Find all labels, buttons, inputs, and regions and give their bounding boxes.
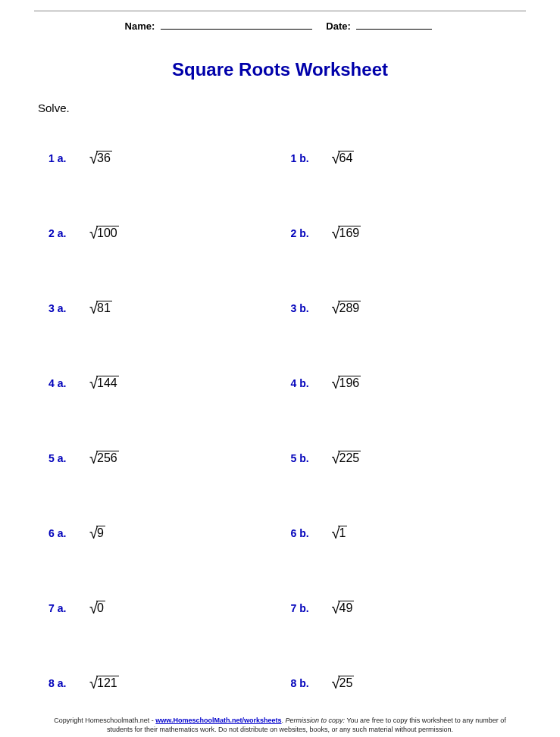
problem-number: 3 b. bbox=[280, 302, 332, 314]
problem-row: 5 a. √256 5 b. √225 bbox=[38, 420, 522, 495]
footer-permission-label: Permission to copy: bbox=[286, 717, 346, 724]
radical-icon: √ bbox=[332, 452, 340, 464]
problem-cell: 7 a. √0 bbox=[38, 601, 280, 615]
radical-icon: √ bbox=[89, 152, 98, 164]
radical-icon: √ bbox=[332, 377, 340, 389]
footer-link[interactable]: www.HomeschoolMath.net/worksheets bbox=[155, 717, 281, 724]
problems-grid: 1 a. √36 1 b. √64 2 a. √100 2 b. √169 3 … bbox=[38, 120, 522, 720]
instruction-text: Solve. bbox=[38, 101, 560, 114]
radicand: 289 bbox=[338, 301, 361, 315]
top-divider bbox=[34, 11, 526, 11]
radical-icon: √ bbox=[89, 377, 98, 389]
sqrt-expression: √49 bbox=[332, 601, 355, 615]
problem-number: 1 a. bbox=[38, 152, 89, 164]
problem-row: 2 a. √100 2 b. √169 bbox=[38, 195, 522, 270]
name-blank[interactable] bbox=[161, 29, 312, 30]
sqrt-expression: √225 bbox=[332, 451, 361, 465]
page-title: Square Roots Worksheet bbox=[0, 59, 560, 80]
header-line: Name: Date: bbox=[0, 20, 560, 32]
radicand: 225 bbox=[338, 451, 361, 465]
problem-number: 8 a. bbox=[38, 677, 89, 689]
radical-icon: √ bbox=[332, 602, 340, 614]
problem-cell: 3 a. √81 bbox=[38, 301, 280, 315]
sqrt-expression: √0 bbox=[89, 601, 105, 615]
problem-cell: 2 a. √100 bbox=[38, 226, 280, 240]
radicand: 121 bbox=[96, 676, 119, 690]
problem-number: 1 b. bbox=[280, 152, 332, 164]
problem-number: 6 a. bbox=[38, 527, 89, 539]
problem-cell: 2 b. √169 bbox=[280, 226, 523, 240]
problem-number: 2 a. bbox=[38, 227, 89, 239]
radical-icon: √ bbox=[89, 227, 98, 239]
problem-row: 8 a. √121 8 b. √25 bbox=[38, 645, 522, 720]
problem-cell: 5 b. √225 bbox=[280, 451, 523, 465]
problem-cell: 7 b. √49 bbox=[280, 601, 523, 615]
sqrt-expression: √289 bbox=[332, 301, 361, 315]
radicand: 49 bbox=[338, 601, 354, 615]
radicand: 256 bbox=[96, 451, 119, 465]
problem-cell: 8 b. √25 bbox=[280, 676, 523, 690]
radicand: 64 bbox=[338, 151, 354, 165]
radicand: 36 bbox=[96, 151, 112, 165]
problem-number: 2 b. bbox=[280, 227, 332, 239]
problem-cell: 4 b. √196 bbox=[280, 376, 523, 390]
problem-number: 3 a. bbox=[38, 302, 89, 314]
radicand: 100 bbox=[96, 226, 119, 240]
sqrt-expression: √169 bbox=[332, 226, 361, 240]
sqrt-expression: √1 bbox=[332, 526, 348, 540]
footer: Copyright Homeschoolmath.net - www.Homes… bbox=[0, 716, 560, 734]
footer-copyright: Copyright Homeschoolmath.net - bbox=[54, 717, 155, 724]
problem-cell: 4 a. √144 bbox=[38, 376, 280, 390]
problem-cell: 6 b. √1 bbox=[280, 526, 523, 540]
radical-icon: √ bbox=[89, 602, 98, 614]
worksheet-page: { "header": { "name_label": "Name:", "da… bbox=[0, 11, 560, 737]
problem-number: 7 a. bbox=[38, 602, 89, 614]
problem-row: 1 a. √36 1 b. √64 bbox=[38, 120, 522, 195]
radical-icon: √ bbox=[332, 152, 340, 164]
sqrt-expression: √256 bbox=[89, 451, 119, 465]
radical-icon: √ bbox=[89, 452, 98, 464]
sqrt-expression: √100 bbox=[89, 226, 119, 240]
name-label: Name: bbox=[125, 20, 155, 32]
radicand: 25 bbox=[338, 676, 354, 690]
radicand: 196 bbox=[338, 376, 361, 390]
radical-icon: √ bbox=[332, 677, 340, 689]
problem-cell: 8 a. √121 bbox=[38, 676, 280, 690]
problem-row: 7 a. √0 7 b. √49 bbox=[38, 570, 522, 645]
radical-icon: √ bbox=[89, 527, 98, 539]
problem-row: 6 a. √9 6 b. √1 bbox=[38, 495, 522, 570]
radicand: 81 bbox=[96, 301, 112, 315]
problem-number: 7 b. bbox=[280, 602, 332, 614]
problem-row: 4 a. √144 4 b. √196 bbox=[38, 345, 522, 420]
sqrt-expression: √144 bbox=[89, 376, 119, 390]
problem-cell: 1 a. √36 bbox=[38, 151, 280, 165]
problem-cell: 1 b. √64 bbox=[280, 151, 523, 165]
sqrt-expression: √36 bbox=[89, 151, 112, 165]
problem-number: 5 b. bbox=[280, 452, 332, 464]
problem-cell: 6 a. √9 bbox=[38, 526, 280, 540]
problem-row: 3 a. √81 3 b. √289 bbox=[38, 270, 522, 345]
sqrt-expression: √81 bbox=[89, 301, 112, 315]
sqrt-expression: √9 bbox=[89, 526, 105, 540]
problem-number: 8 b. bbox=[280, 677, 332, 689]
date-label: Date: bbox=[326, 20, 351, 32]
sqrt-expression: √64 bbox=[332, 151, 355, 165]
sqrt-expression: √121 bbox=[89, 676, 119, 690]
sqrt-expression: √196 bbox=[332, 376, 361, 390]
radicand: 144 bbox=[96, 376, 119, 390]
problem-number: 4 b. bbox=[280, 377, 332, 389]
radical-icon: √ bbox=[332, 227, 340, 239]
radical-icon: √ bbox=[332, 302, 340, 314]
radical-icon: √ bbox=[89, 302, 98, 314]
radical-icon: √ bbox=[332, 527, 340, 539]
problem-number: 4 a. bbox=[38, 377, 89, 389]
problem-cell: 5 a. √256 bbox=[38, 451, 280, 465]
date-blank[interactable] bbox=[356, 29, 432, 30]
problem-number: 6 b. bbox=[280, 527, 332, 539]
problem-number: 5 a. bbox=[38, 452, 89, 464]
problem-cell: 3 b. √289 bbox=[280, 301, 523, 315]
sqrt-expression: √25 bbox=[332, 676, 355, 690]
radical-icon: √ bbox=[89, 677, 98, 689]
radicand: 169 bbox=[338, 226, 361, 240]
